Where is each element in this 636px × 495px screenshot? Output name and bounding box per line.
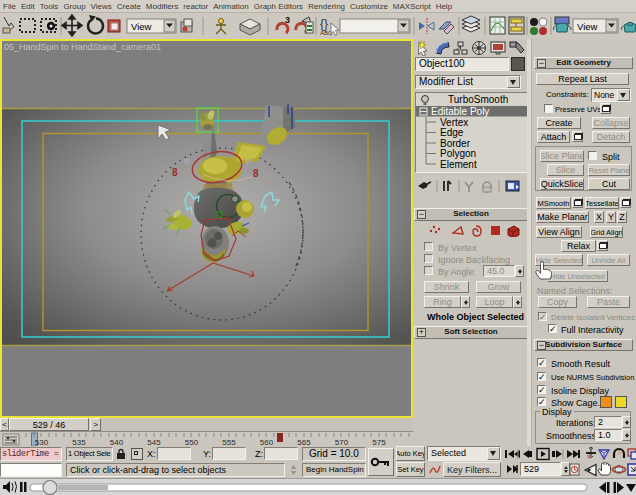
svg-text:8: 8: [253, 168, 259, 179]
svg-text:Edge: Edge: [440, 127, 464, 138]
svg-text:Element: Element: [440, 159, 477, 170]
svg-text:R: R: [184, 157, 190, 166]
svg-text:Editable Poly: Editable Poly: [431, 106, 489, 117]
svg-text:05_HandSpin to HandStand_camer: 05_HandSpin to HandStand_camera01: [4, 42, 161, 52]
svg-text:R: R: [246, 157, 252, 166]
svg-text:View: View: [131, 21, 152, 32]
svg-text:{}: {}: [320, 17, 328, 31]
svg-text:Vertex: Vertex: [440, 117, 468, 128]
svg-text:Polygon: Polygon: [440, 148, 476, 159]
svg-text:3: 3: [285, 15, 290, 25]
svg-text:Border: Border: [440, 138, 471, 149]
svg-text:View: View: [577, 21, 598, 32]
svg-text:TurboSmooth: TurboSmooth: [448, 94, 508, 105]
svg-text:8: 8: [172, 167, 178, 178]
